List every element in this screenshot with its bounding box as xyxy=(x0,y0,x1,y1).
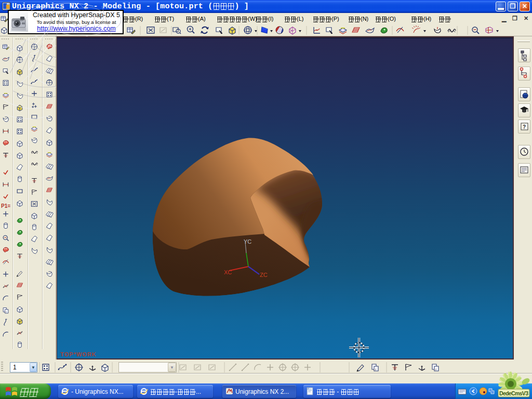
svg-text:P1=: P1= xyxy=(1,203,10,209)
svg-text:YC: YC xyxy=(244,238,251,245)
svg-text:i: i xyxy=(435,367,436,371)
svg-text:ZC: ZC xyxy=(260,272,268,278)
svg-text:?: ? xyxy=(523,124,526,130)
svg-text:i: i xyxy=(375,367,376,371)
svg-text:XC: XC xyxy=(224,269,232,275)
svg-text:DedeCmsV3: DedeCmsV3 xyxy=(499,390,528,396)
